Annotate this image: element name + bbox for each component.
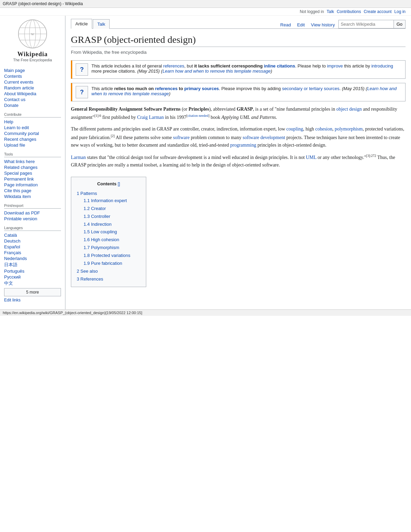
sidebar-item-wikidata-item[interactable]: Wikidata item [4,194,61,199]
notice-box-2: ? This article relies too much on refere… [71,83,406,101]
introducing-link[interactable]: introducing [371,63,393,69]
toc-link-creator[interactable]: 1.2 Creator [84,206,106,211]
sidebar-lang-portuguese[interactable]: Português [4,268,61,274]
talk-link[interactable]: Talk [327,9,334,14]
sidebar-item-community-portal[interactable]: Community portal [4,131,61,136]
toc-item-1-1: 1.1 Information expert [84,197,140,205]
sidebar-lang-japanese[interactable]: 日本語 [4,261,61,268]
primary-sources-link[interactable]: primary sources [184,86,219,91]
sidebar-item-related-changes[interactable]: Related changes [4,164,61,170]
paragraph-2: The different patterns and principles us… [71,125,406,149]
sidebar-print-export: Print/export Download as PDF Printable v… [4,203,61,222]
toc-link-polymorphism[interactable]: 1.7 Polymorphism [84,245,119,250]
sidebar-item-current-events[interactable]: Current events [4,79,61,85]
inline-citations-link[interactable]: inline citations [264,63,295,69]
sidebar-lang-chinese[interactable]: 中文 [4,280,61,287]
sidebar-navigation: Main page Contents Current events Random… [4,67,61,108]
sidebar-lang-catala[interactable]: Català [4,232,61,238]
references-link-1[interactable]: references [163,63,184,69]
polymorphism-link[interactable]: polymorphism [335,126,363,132]
programming-link[interactable]: programming [230,143,256,148]
more-languages-button[interactable]: 5 more [4,288,61,296]
toc-item-1-2: 1.2 Creator [84,205,140,213]
craig-larman-link[interactable]: Craig Larman [137,115,164,120]
toc-item-1-7: 1.7 Polymorphism [84,244,140,252]
cohesion-link[interactable]: cohesion [315,126,332,132]
tab-talk[interactable]: Talk [93,19,110,29]
toc-link-protected-variations[interactable]: 1.8 Protected variations [84,253,130,258]
secondary-sources-link[interactable]: secondary or tertiary sources [282,86,339,91]
sidebar-item-what-links-here[interactable]: What links here [4,159,61,164]
toc-toggle[interactable]: [] [118,182,120,186]
sidebar-item-permanent-link[interactable]: Permanent link [4,176,61,182]
toc-link-info-expert[interactable]: 1.1 Information expert [84,198,127,203]
sidebar-lang-russian[interactable]: Русский [4,274,61,280]
sidebar-item-contact-us[interactable]: Contact us [4,97,61,102]
edit-links-link[interactable]: Edit links [4,298,21,302]
sidebar-lang-nederlands[interactable]: Nederlands [4,256,61,261]
wikipedia-tagline: The Free Encyclopedia [4,58,61,62]
wikipedia-globe-icon: W [17,18,48,49]
sidebar-item-printable-version[interactable]: Printable version [4,216,61,222]
notice-text-2: This article relies too much on referenc… [91,86,402,96]
citation-needed-link[interactable]: citation needed [187,114,208,117]
sidebar-lang-deutsch[interactable]: Deutsch [4,238,61,244]
print-export-section-title: Print/export [4,203,61,209]
software-development-link[interactable]: software development [243,135,285,140]
contribute-section-title: Contribute [4,112,61,117]
sidebar-item-about-wikipedia[interactable]: About Wikipedia [4,91,61,97]
toc-sub-list-1: 1.1 Information expert 1.2 Creator 1.3 C… [77,197,140,267]
sidebar-item-help[interactable]: Help [4,119,61,125]
sidebar-item-learn-to-edit[interactable]: Learn to edit [4,125,61,131]
sidebar-item-donate[interactable]: Donate [4,102,61,108]
toc-link-controller[interactable]: 1.3 Controller [84,214,110,219]
toc-link-pure-fabrication[interactable]: 1.9 Pure fabrication [84,261,122,266]
toc-item-2: 2 See also [77,268,140,275]
action-read[interactable]: Read [277,21,294,29]
sidebar-item-special-pages[interactable]: Special pages [4,170,61,176]
sidebar-item-contents[interactable]: Contents [4,73,61,79]
uml-link[interactable]: UML [306,155,316,160]
notice-icon-1: ? [76,63,88,76]
search-input[interactable] [339,20,394,28]
sidebar-lang-espanol[interactable]: Español [4,244,61,250]
sidebar: W Wikipedia The Free Encyclopedia Main p… [0,16,65,309]
create-account-link[interactable]: Create account [364,9,391,14]
svg-text:W: W [31,33,34,36]
contributions-link[interactable]: Contributions [337,9,361,14]
browser-title-bar: GRASP (object-oriented design) - Wikiped… [0,0,411,8]
toc-link-low-coupling[interactable]: 1.5 Low coupling [84,229,117,234]
object-design-link[interactable]: object design [336,107,362,112]
toc-link-indirection[interactable]: 1.4 Indirection [84,222,112,227]
toc-link-references[interactable]: 3 References [77,276,103,282]
status-url: https://en.wikipedia.org/wiki/GRASP_(obj… [3,311,142,315]
page-title: GRASP (object-oriented design) [71,34,406,47]
software-link[interactable]: software [173,135,189,140]
toc-item-1-3: 1.3 Controller [84,213,140,221]
toc-link-high-cohesion[interactable]: 1.6 High cohesion [84,237,119,242]
sidebar-item-recent-changes[interactable]: Recent changes [4,136,61,142]
paragraph-1: General Responsibility Assignment Softwa… [71,106,406,121]
references-link-2[interactable]: references [155,86,178,91]
remove-template-link-1[interactable]: Learn how and when to remove this templa… [162,69,271,74]
toc-link-see-also[interactable]: 2 See also [77,269,98,274]
sidebar-item-download-pdf[interactable]: Download as PDF [4,210,61,216]
larman-link[interactable]: Larman [71,155,86,160]
improve-link[interactable]: improve [327,63,343,69]
log-in-link[interactable]: Log in [394,9,406,14]
tab-article[interactable]: Article [71,19,92,29]
edit-links-area: Edit links [4,298,61,302]
sidebar-item-main-page[interactable]: Main page [4,67,61,73]
sidebar-item-random-article[interactable]: Random article [4,85,61,91]
action-view-history[interactable]: View history [308,21,338,29]
sidebar-languages: Languages Català Deutsch Español Françai… [4,226,61,302]
sidebar-item-upload-file[interactable]: Upload file [4,142,61,148]
sidebar-lang-francais[interactable]: Français [4,250,61,256]
wikipedia-wordmark: Wikipedia [4,51,61,58]
sidebar-item-cite-this-page[interactable]: Cite this page [4,188,61,194]
coupling-link[interactable]: coupling [286,126,303,132]
action-edit[interactable]: Edit [294,21,307,29]
toc-link-patterns[interactable]: 1 Patterns [77,191,97,196]
sidebar-item-page-information[interactable]: Page information [4,182,61,188]
search-button[interactable]: Go [394,20,405,28]
